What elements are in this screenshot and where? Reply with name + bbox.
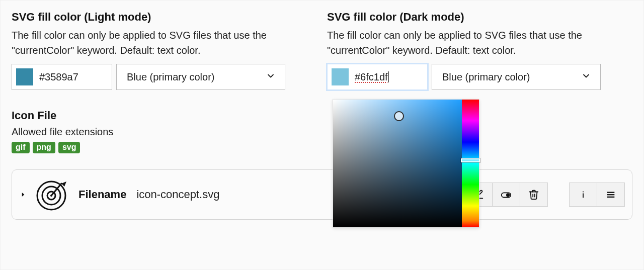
light-mode-column: SVG fill color (Light mode) The fill col… [12,11,317,153]
fill-color-columns: SVG fill color (Light mode) The fill col… [12,11,632,153]
dark-mode-title: SVG fill color (Dark mode) [327,11,632,24]
light-color-input[interactable]: #3589a7 [12,64,112,90]
allowed-extensions-list: gif png svg [12,142,317,153]
file-thumbnail-icon [35,178,67,211]
chevron-down-icon [266,71,276,83]
icon-file-section: Icon File Allowed file extensions gif pn… [12,109,317,153]
svg-point-8 [506,193,510,197]
file-action-group-2 [569,183,625,207]
hue-slider[interactable] [462,100,479,227]
file-item-row: Filename icon-concept.svg [12,169,632,220]
dark-color-input[interactable]: #6fc1df [327,64,428,90]
extension-chip: png [33,142,55,153]
svg-marker-0 [22,193,25,197]
dark-hex-value: #6fc1df [355,71,389,83]
light-color-swatch [16,68,33,85]
extension-chip: gif [12,142,30,153]
light-hex-value: #3589a7 [39,71,78,83]
dark-color-preset-select[interactable]: Blue (primary color) [432,64,601,90]
light-mode-title: SVG fill color (Light mode) [12,11,317,24]
settings-panel: SVG fill color (Light mode) The fill col… [0,0,644,270]
hue-slider-cursor[interactable] [461,158,480,162]
saturation-value-area[interactable] [333,100,462,227]
dark-mode-controls: #6fc1df Blue (primary color) [327,64,632,90]
svg-rect-13 [607,197,615,198]
light-mode-description: The fill color can only be applied to SV… [12,28,317,58]
icon-file-title: Icon File [12,109,317,122]
color-picker-popup [333,99,479,228]
allowed-extensions-label: Allowed file extensions [12,126,317,138]
info-button[interactable] [569,183,597,207]
expand-arrow-icon[interactable] [19,191,27,199]
svg-rect-12 [607,194,615,195]
saturation-value-cursor[interactable] [394,111,404,121]
chevron-down-icon [581,71,591,83]
light-select-label: Blue (primary color) [127,71,214,83]
svg-point-10 [583,191,584,192]
light-color-preset-select[interactable]: Blue (primary color) [116,64,285,90]
svg-rect-11 [607,192,615,193]
extension-chip: svg [58,142,80,153]
light-mode-controls: #3589a7 Blue (primary color) [12,64,317,90]
toggle-visibility-button[interactable] [492,183,520,207]
more-menu-button[interactable] [597,183,625,207]
filename-value: icon-concept.svg [136,188,219,201]
filename-label: Filename [78,188,126,201]
text-caret [388,71,389,82]
dark-select-label: Blue (primary color) [442,71,530,83]
dark-mode-description: The fill color can only be applied to SV… [327,28,632,58]
delete-button[interactable] [520,183,548,207]
dark-color-swatch [332,68,349,85]
